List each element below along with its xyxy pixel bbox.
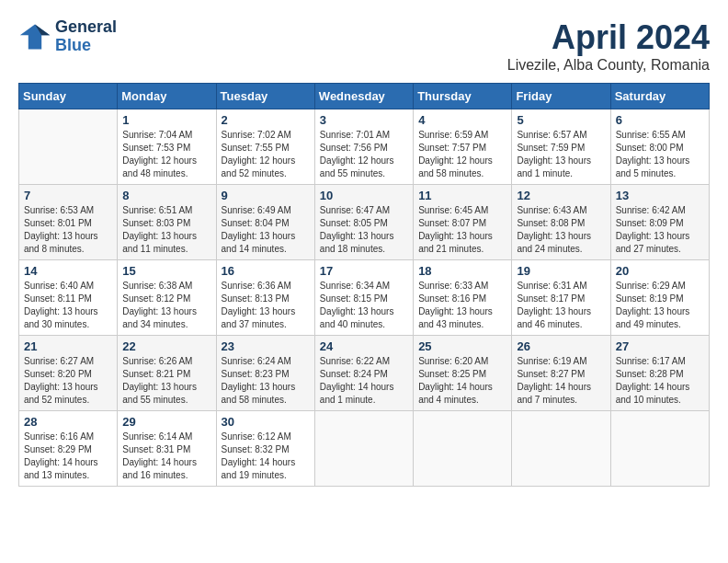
day-number: 19 — [517, 264, 605, 278]
day-info: Sunrise: 6:34 AMSunset: 8:15 PMDaylight:… — [320, 280, 408, 331]
calendar-cell: 10Sunrise: 6:47 AMSunset: 8:05 PMDayligh… — [314, 185, 413, 260]
day-number: 20 — [616, 264, 704, 278]
day-number: 2 — [222, 113, 310, 127]
week-row-1: 1Sunrise: 7:04 AMSunset: 7:53 PMDaylight… — [19, 109, 710, 185]
calendar-cell: 8Sunrise: 6:51 AMSunset: 8:03 PMDaylight… — [118, 185, 216, 260]
calendar-cell: 27Sunrise: 6:17 AMSunset: 8:28 PMDayligh… — [610, 336, 709, 411]
day-number: 28 — [24, 415, 112, 429]
day-number: 11 — [418, 189, 506, 202]
day-number: 23 — [222, 339, 310, 353]
day-info: Sunrise: 6:47 AMSunset: 8:05 PMDaylight:… — [320, 204, 408, 256]
day-number: 21 — [24, 339, 112, 353]
calendar-cell — [314, 411, 413, 487]
day-info: Sunrise: 6:33 AMSunset: 8:16 PMDaylight:… — [418, 280, 506, 331]
weekday-header-row: SundayMondayTuesdayWednesdayThursdayFrid… — [19, 84, 710, 109]
calendar-table: SundayMondayTuesdayWednesdayThursdayFrid… — [18, 83, 710, 487]
calendar-cell: 2Sunrise: 7:02 AMSunset: 7:55 PMDaylight… — [216, 109, 314, 185]
calendar-cell: 24Sunrise: 6:22 AMSunset: 8:24 PMDayligh… — [314, 336, 413, 411]
day-info: Sunrise: 6:14 AMSunset: 8:31 PMDaylight:… — [122, 431, 210, 482]
day-number: 3 — [320, 113, 408, 127]
day-number: 29 — [122, 415, 210, 429]
day-info: Sunrise: 6:45 AMSunset: 8:07 PMDaylight:… — [418, 204, 506, 256]
calendar-cell: 11Sunrise: 6:45 AMSunset: 8:07 PMDayligh… — [414, 185, 512, 260]
calendar-cell — [610, 411, 709, 487]
logo-icon — [18, 20, 51, 53]
day-number: 1 — [122, 113, 210, 127]
day-info: Sunrise: 7:02 AMSunset: 7:55 PMDaylight:… — [222, 129, 310, 180]
day-info: Sunrise: 6:22 AMSunset: 8:24 PMDaylight:… — [320, 355, 408, 407]
weekday-header-wednesday: Wednesday — [314, 84, 413, 109]
day-info: Sunrise: 6:40 AMSunset: 8:11 PMDaylight:… — [24, 280, 112, 331]
day-info: Sunrise: 6:17 AMSunset: 8:28 PMDaylight:… — [616, 355, 704, 407]
calendar-cell: 12Sunrise: 6:43 AMSunset: 8:08 PMDayligh… — [512, 185, 610, 260]
day-number: 6 — [616, 113, 704, 127]
page-header: General Blue April 2024 Livezile, Alba C… — [18, 18, 710, 74]
calendar-cell: 14Sunrise: 6:40 AMSunset: 8:11 PMDayligh… — [19, 260, 118, 336]
day-info: Sunrise: 6:20 AMSunset: 8:25 PMDaylight:… — [418, 355, 506, 407]
calendar-cell: 7Sunrise: 6:53 AMSunset: 8:01 PMDaylight… — [19, 185, 118, 260]
day-number: 9 — [222, 189, 310, 202]
day-info: Sunrise: 6:16 AMSunset: 8:29 PMDaylight:… — [24, 431, 112, 482]
day-info: Sunrise: 6:42 AMSunset: 8:09 PMDaylight:… — [616, 204, 704, 256]
calendar-cell: 29Sunrise: 6:14 AMSunset: 8:31 PMDayligh… — [118, 411, 216, 487]
day-number: 18 — [418, 264, 506, 278]
calendar-cell: 21Sunrise: 6:27 AMSunset: 8:20 PMDayligh… — [19, 336, 118, 411]
weekday-header-friday: Friday — [512, 84, 610, 109]
calendar-cell — [512, 411, 610, 487]
day-number: 5 — [517, 113, 605, 127]
day-number: 25 — [418, 339, 506, 353]
day-info: Sunrise: 6:51 AMSunset: 8:03 PMDaylight:… — [122, 204, 210, 256]
week-row-2: 7Sunrise: 6:53 AMSunset: 8:01 PMDaylight… — [19, 185, 710, 260]
day-number: 10 — [320, 189, 408, 202]
day-number: 17 — [320, 264, 408, 278]
calendar-cell: 17Sunrise: 6:34 AMSunset: 8:15 PMDayligh… — [314, 260, 413, 336]
day-number: 15 — [122, 264, 210, 278]
calendar-cell: 4Sunrise: 6:59 AMSunset: 7:57 PMDaylight… — [414, 109, 512, 185]
day-number: 14 — [24, 264, 112, 278]
calendar-cell: 19Sunrise: 6:31 AMSunset: 8:17 PMDayligh… — [512, 260, 610, 336]
day-info: Sunrise: 6:49 AMSunset: 8:04 PMDaylight:… — [222, 204, 310, 256]
day-number: 4 — [418, 113, 506, 127]
day-info: Sunrise: 6:19 AMSunset: 8:27 PMDaylight:… — [517, 355, 605, 407]
calendar-cell — [414, 411, 512, 487]
calendar-cell: 6Sunrise: 6:55 AMSunset: 8:00 PMDaylight… — [610, 109, 709, 185]
calendar-cell: 18Sunrise: 6:33 AMSunset: 8:16 PMDayligh… — [414, 260, 512, 336]
month-title: April 2024 — [507, 18, 710, 57]
logo: General Blue — [18, 18, 117, 55]
day-info: Sunrise: 6:31 AMSunset: 8:17 PMDaylight:… — [517, 280, 605, 331]
day-number: 26 — [517, 339, 605, 353]
day-info: Sunrise: 7:04 AMSunset: 7:53 PMDaylight:… — [122, 129, 210, 180]
day-info: Sunrise: 6:12 AMSunset: 8:32 PMDaylight:… — [222, 431, 310, 482]
day-info: Sunrise: 6:29 AMSunset: 8:19 PMDaylight:… — [616, 280, 704, 331]
day-number: 13 — [616, 189, 704, 202]
logo-text: General Blue — [55, 18, 117, 55]
title-area: April 2024 Livezile, Alba County, Romani… — [507, 18, 710, 74]
day-info: Sunrise: 6:43 AMSunset: 8:08 PMDaylight:… — [517, 204, 605, 256]
day-number: 27 — [616, 339, 704, 353]
day-number: 22 — [122, 339, 210, 353]
calendar-cell: 30Sunrise: 6:12 AMSunset: 8:32 PMDayligh… — [216, 411, 314, 487]
week-row-3: 14Sunrise: 6:40 AMSunset: 8:11 PMDayligh… — [19, 260, 710, 336]
weekday-header-monday: Monday — [118, 84, 216, 109]
day-info: Sunrise: 7:01 AMSunset: 7:56 PMDaylight:… — [320, 129, 408, 180]
day-number: 16 — [222, 264, 310, 278]
day-info: Sunrise: 6:38 AMSunset: 8:12 PMDaylight:… — [122, 280, 210, 331]
calendar-cell: 22Sunrise: 6:26 AMSunset: 8:21 PMDayligh… — [118, 336, 216, 411]
day-info: Sunrise: 6:27 AMSunset: 8:20 PMDaylight:… — [24, 355, 112, 407]
day-info: Sunrise: 6:59 AMSunset: 7:57 PMDaylight:… — [418, 129, 506, 180]
day-info: Sunrise: 6:55 AMSunset: 8:00 PMDaylight:… — [616, 129, 704, 180]
calendar-cell: 1Sunrise: 7:04 AMSunset: 7:53 PMDaylight… — [118, 109, 216, 185]
day-info: Sunrise: 6:26 AMSunset: 8:21 PMDaylight:… — [122, 355, 210, 407]
weekday-header-sunday: Sunday — [19, 84, 118, 109]
calendar-cell: 9Sunrise: 6:49 AMSunset: 8:04 PMDaylight… — [216, 185, 314, 260]
calendar-cell — [19, 109, 118, 185]
calendar-cell: 26Sunrise: 6:19 AMSunset: 8:27 PMDayligh… — [512, 336, 610, 411]
day-info: Sunrise: 6:57 AMSunset: 7:59 PMDaylight:… — [517, 129, 605, 180]
calendar-cell: 5Sunrise: 6:57 AMSunset: 7:59 PMDaylight… — [512, 109, 610, 185]
week-row-5: 28Sunrise: 6:16 AMSunset: 8:29 PMDayligh… — [19, 411, 710, 487]
calendar-cell: 20Sunrise: 6:29 AMSunset: 8:19 PMDayligh… — [610, 260, 709, 336]
svg-marker-0 — [20, 24, 50, 49]
day-number: 7 — [24, 189, 112, 202]
calendar-cell: 16Sunrise: 6:36 AMSunset: 8:13 PMDayligh… — [216, 260, 314, 336]
day-info: Sunrise: 6:36 AMSunset: 8:13 PMDaylight:… — [222, 280, 310, 331]
